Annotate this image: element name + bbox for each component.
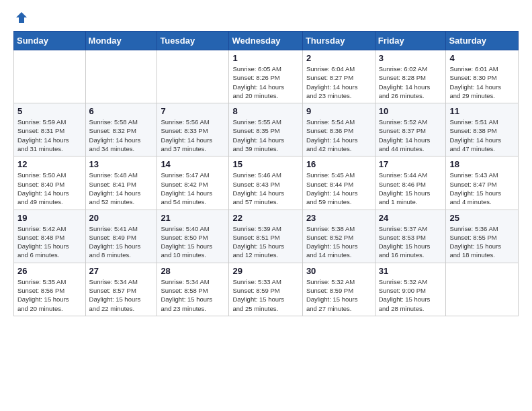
logo (13, 11, 28, 24)
day-info: Sunrise: 6:01 AM Sunset: 8:30 PM Dayligh… (449, 64, 515, 100)
day-info: Sunrise: 5:32 AM Sunset: 8:59 PM Dayligh… (306, 277, 371, 313)
day-number: 2 (306, 53, 371, 63)
header-wednesday: Wednesday (229, 32, 302, 50)
header (13, 11, 519, 24)
day-number: 6 (89, 106, 154, 116)
day-cell: 17Sunrise: 5:44 AM Sunset: 8:46 PM Dayli… (375, 156, 446, 210)
day-cell: 24Sunrise: 5:37 AM Sunset: 8:53 PM Dayli… (375, 210, 446, 263)
day-info: Sunrise: 5:35 AM Sunset: 8:56 PM Dayligh… (17, 277, 82, 313)
day-info: Sunrise: 5:34 AM Sunset: 8:58 PM Dayligh… (161, 277, 225, 313)
day-cell (14, 50, 86, 103)
day-cell: 16Sunrise: 5:45 AM Sunset: 8:44 PM Dayli… (302, 156, 375, 210)
day-cell: 9Sunrise: 5:54 AM Sunset: 8:36 PM Daylig… (302, 103, 375, 156)
header-thursday: Thursday (302, 32, 375, 50)
day-info: Sunrise: 5:54 AM Sunset: 8:36 PM Dayligh… (306, 118, 371, 153)
day-number: 21 (161, 213, 225, 223)
day-cell: 31Sunrise: 5:32 AM Sunset: 9:00 PM Dayli… (375, 263, 446, 316)
day-number: 27 (89, 266, 154, 276)
day-number: 25 (449, 213, 515, 223)
day-cell (157, 50, 229, 103)
day-cell: 1Sunrise: 6:05 AM Sunset: 8:26 PM Daylig… (229, 50, 302, 103)
day-number: 7 (161, 106, 225, 116)
day-cell: 20Sunrise: 5:41 AM Sunset: 8:49 PM Dayli… (85, 210, 157, 263)
day-number: 19 (17, 213, 82, 223)
day-cell (85, 50, 157, 103)
day-cell: 6Sunrise: 5:58 AM Sunset: 8:32 PM Daylig… (85, 103, 157, 156)
day-info: Sunrise: 5:50 AM Sunset: 8:40 PM Dayligh… (17, 171, 82, 206)
day-cell: 30Sunrise: 5:32 AM Sunset: 8:59 PM Dayli… (302, 263, 375, 316)
page: SundayMondayTuesdayWednesdayThursdayFrid… (0, 0, 532, 411)
day-cell: 2Sunrise: 6:04 AM Sunset: 8:27 PM Daylig… (302, 50, 375, 103)
day-cell: 26Sunrise: 5:35 AM Sunset: 8:56 PM Dayli… (14, 263, 86, 316)
day-cell: 18Sunrise: 5:43 AM Sunset: 8:47 PM Dayli… (446, 156, 519, 210)
header-friday: Friday (375, 32, 446, 50)
day-cell: 8Sunrise: 5:55 AM Sunset: 8:35 PM Daylig… (229, 103, 302, 156)
day-number: 11 (449, 106, 515, 116)
day-cell: 13Sunrise: 5:48 AM Sunset: 8:41 PM Dayli… (85, 156, 157, 210)
day-number: 12 (17, 159, 82, 169)
day-number: 20 (89, 213, 154, 223)
day-number: 26 (17, 266, 82, 276)
day-cell: 12Sunrise: 5:50 AM Sunset: 8:40 PM Dayli… (14, 156, 86, 210)
day-info: Sunrise: 5:39 AM Sunset: 8:51 PM Dayligh… (232, 224, 298, 260)
day-number: 14 (161, 159, 225, 169)
day-number: 10 (379, 106, 443, 116)
day-info: Sunrise: 6:04 AM Sunset: 8:27 PM Dayligh… (306, 64, 371, 100)
day-info: Sunrise: 5:58 AM Sunset: 8:32 PM Dayligh… (89, 118, 154, 153)
day-info: Sunrise: 5:37 AM Sunset: 8:53 PM Dayligh… (379, 224, 443, 260)
day-number: 24 (379, 213, 443, 223)
day-number: 18 (449, 159, 515, 169)
header-saturday: Saturday (446, 32, 519, 50)
day-cell: 14Sunrise: 5:47 AM Sunset: 8:42 PM Dayli… (157, 156, 229, 210)
day-number: 29 (232, 266, 298, 276)
day-cell: 22Sunrise: 5:39 AM Sunset: 8:51 PM Dayli… (229, 210, 302, 263)
header-sunday: Sunday (14, 32, 86, 50)
day-number: 4 (449, 53, 515, 63)
calendar: SundayMondayTuesdayWednesdayThursdayFrid… (13, 31, 519, 316)
day-number: 1 (232, 53, 298, 63)
day-cell: 28Sunrise: 5:34 AM Sunset: 8:58 PM Dayli… (157, 263, 229, 316)
day-info: Sunrise: 5:42 AM Sunset: 8:48 PM Dayligh… (17, 224, 82, 260)
day-cell: 4Sunrise: 6:01 AM Sunset: 8:30 PM Daylig… (446, 50, 519, 103)
day-info: Sunrise: 5:59 AM Sunset: 8:31 PM Dayligh… (17, 118, 82, 153)
day-number: 30 (306, 266, 371, 276)
day-cell: 3Sunrise: 6:02 AM Sunset: 8:28 PM Daylig… (375, 50, 446, 103)
day-info: Sunrise: 6:05 AM Sunset: 8:26 PM Dayligh… (232, 64, 298, 100)
day-info: Sunrise: 5:44 AM Sunset: 8:46 PM Dayligh… (379, 171, 443, 206)
day-info: Sunrise: 5:52 AM Sunset: 8:37 PM Dayligh… (379, 118, 443, 153)
day-number: 28 (161, 266, 225, 276)
day-cell: 27Sunrise: 5:34 AM Sunset: 8:57 PM Dayli… (85, 263, 157, 316)
week-row-3: 12Sunrise: 5:50 AM Sunset: 8:40 PM Dayli… (14, 156, 519, 210)
day-info: Sunrise: 5:41 AM Sunset: 8:49 PM Dayligh… (89, 224, 154, 260)
day-number: 23 (306, 213, 371, 223)
day-info: Sunrise: 5:55 AM Sunset: 8:35 PM Dayligh… (232, 118, 298, 153)
day-number: 13 (89, 159, 154, 169)
day-info: Sunrise: 5:43 AM Sunset: 8:47 PM Dayligh… (449, 171, 515, 206)
day-number: 16 (306, 159, 371, 169)
day-number: 31 (379, 266, 443, 276)
day-info: Sunrise: 5:34 AM Sunset: 8:57 PM Dayligh… (89, 277, 154, 313)
day-cell: 29Sunrise: 5:33 AM Sunset: 8:59 PM Dayli… (229, 263, 302, 316)
day-info: Sunrise: 5:56 AM Sunset: 8:33 PM Dayligh… (161, 118, 225, 153)
day-info: Sunrise: 5:48 AM Sunset: 8:41 PM Dayligh… (89, 171, 154, 206)
day-cell: 7Sunrise: 5:56 AM Sunset: 8:33 PM Daylig… (157, 103, 229, 156)
day-info: Sunrise: 5:32 AM Sunset: 9:00 PM Dayligh… (379, 277, 443, 313)
day-cell: 11Sunrise: 5:51 AM Sunset: 8:38 PM Dayli… (446, 103, 519, 156)
day-info: Sunrise: 5:46 AM Sunset: 8:43 PM Dayligh… (232, 171, 298, 206)
day-cell: 5Sunrise: 5:59 AM Sunset: 8:31 PM Daylig… (14, 103, 86, 156)
week-row-5: 26Sunrise: 5:35 AM Sunset: 8:56 PM Dayli… (14, 263, 519, 316)
day-number: 17 (379, 159, 443, 169)
day-info: Sunrise: 5:33 AM Sunset: 8:59 PM Dayligh… (232, 277, 298, 313)
day-cell (446, 263, 519, 316)
day-cell: 25Sunrise: 5:36 AM Sunset: 8:55 PM Dayli… (446, 210, 519, 263)
week-row-4: 19Sunrise: 5:42 AM Sunset: 8:48 PM Dayli… (14, 210, 519, 263)
day-number: 8 (232, 106, 298, 116)
day-number: 22 (232, 213, 298, 223)
day-number: 5 (17, 106, 82, 116)
day-number: 9 (306, 106, 371, 116)
day-cell: 21Sunrise: 5:40 AM Sunset: 8:50 PM Dayli… (157, 210, 229, 263)
header-monday: Monday (85, 32, 157, 50)
week-row-2: 5Sunrise: 5:59 AM Sunset: 8:31 PM Daylig… (14, 103, 519, 156)
header-tuesday: Tuesday (157, 32, 229, 50)
day-cell: 23Sunrise: 5:38 AM Sunset: 8:52 PM Dayli… (302, 210, 375, 263)
